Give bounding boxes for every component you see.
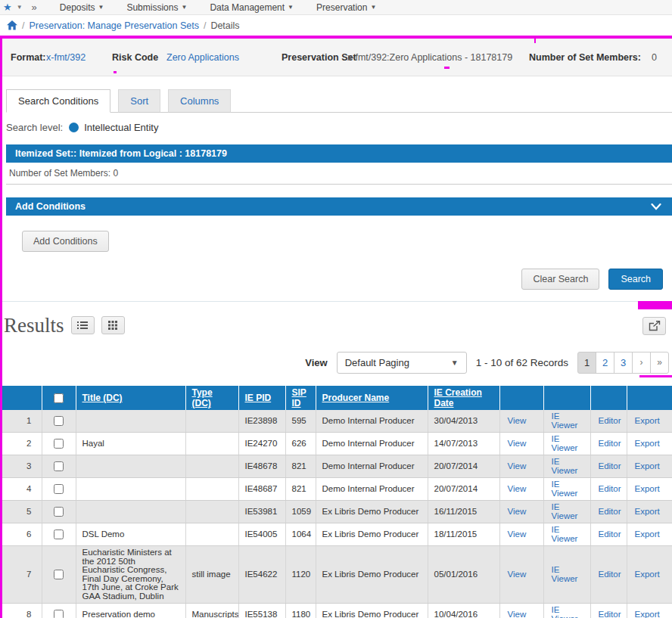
row-checkbox[interactable]: [54, 507, 64, 517]
page-button-2[interactable]: 2: [596, 352, 614, 374]
risk-code-label: Risk Code: [112, 52, 158, 63]
grid-view-button[interactable]: [101, 316, 125, 334]
editor-link[interactable]: Editor: [599, 610, 621, 618]
view-link[interactable]: View: [508, 439, 527, 448]
tab-sort[interactable]: Sort: [118, 89, 160, 113]
cell-export: Export: [627, 501, 672, 523]
menu-preservation[interactable]: Preservation ▼: [316, 2, 376, 13]
row-checkbox[interactable]: [54, 461, 64, 471]
radio-selected-icon[interactable]: [69, 123, 79, 132]
breadcrumb-separator: /: [22, 20, 24, 31]
row-select-cell: [42, 433, 76, 455]
home-icon[interactable]: [7, 20, 17, 30]
ie-viewer-link[interactable]: IE Viewer: [552, 525, 578, 543]
risk-code-value-link[interactable]: Zero Applications: [166, 52, 239, 63]
export-link[interactable]: Export: [635, 439, 660, 448]
row-number: 8: [0, 604, 42, 618]
view-select-value: Default Paging: [345, 357, 409, 368]
export-link[interactable]: Export: [635, 529, 660, 539]
cell-ie-pid: IE24270: [238, 433, 285, 455]
search-level-value: Intellectual Entity: [84, 122, 158, 133]
export-link[interactable]: Export: [635, 461, 660, 470]
export-link[interactable]: Export: [635, 507, 660, 516]
list-view-button[interactable]: [71, 316, 95, 334]
cell-ie-viewer: IE Viewer: [543, 523, 590, 546]
cell-view: View: [499, 410, 543, 433]
tab-search-conditions[interactable]: Search Conditions: [6, 89, 110, 113]
export-results-button[interactable]: [642, 317, 666, 335]
cell-title: Preservation demo: [76, 604, 185, 618]
editor-link[interactable]: Editor: [599, 416, 621, 425]
cell-sip-id: 1180: [285, 604, 316, 618]
view-link[interactable]: View: [508, 484, 527, 493]
tab-columns[interactable]: Columns: [168, 89, 231, 113]
favorites-star-icon[interactable]: ★: [3, 2, 12, 13]
add-conditions-button[interactable]: Add Conditions: [22, 231, 109, 252]
cell-sip-id: 821: [285, 478, 316, 501]
view-link[interactable]: View: [508, 507, 527, 516]
cell-export: Export: [627, 604, 672, 618]
next-page-button[interactable]: ›: [632, 352, 651, 374]
cell-producer: Ex Libris Demo Producer: [316, 501, 428, 523]
header-ie-pid: IE PID: [238, 386, 285, 410]
row-checkbox[interactable]: [54, 416, 64, 426]
cell-type: [185, 501, 238, 523]
ie-viewer-link[interactable]: IE Viewer: [552, 411, 578, 430]
records-count: 1 - 10 of 62 Records: [476, 357, 568, 368]
clear-search-button[interactable]: Clear Search: [521, 269, 599, 290]
view-select[interactable]: Default Paging ▼: [337, 352, 467, 374]
view-link[interactable]: View: [508, 461, 527, 470]
format-value-link[interactable]: x-fmt/392: [46, 52, 86, 63]
cell-ie-viewer: IE Viewer: [543, 501, 590, 523]
editor-link[interactable]: Editor: [599, 461, 621, 470]
cell-export: Export: [627, 410, 672, 433]
ie-viewer-link[interactable]: IE Viewer: [552, 457, 578, 475]
editor-link[interactable]: Editor: [599, 529, 621, 539]
export-link[interactable]: Export: [635, 570, 660, 579]
ie-viewer-link[interactable]: IE Viewer: [552, 565, 578, 583]
row-checkbox[interactable]: [54, 529, 64, 539]
menu-submissions[interactable]: Submissions ▼: [126, 2, 187, 13]
last-page-button[interactable]: »: [650, 352, 669, 374]
nav-expand-icon[interactable]: »: [32, 2, 37, 13]
cell-producer: Demo Internal Producer: [316, 433, 428, 455]
export-link[interactable]: Export: [635, 416, 660, 425]
editor-link[interactable]: Editor: [599, 507, 621, 516]
select-all-checkbox[interactable]: [54, 393, 64, 403]
view-link[interactable]: View: [508, 529, 527, 539]
export-link[interactable]: Export: [635, 484, 660, 493]
ie-viewer-link[interactable]: IE Viewer: [552, 480, 578, 498]
row-checkbox[interactable]: [54, 484, 64, 494]
view-link[interactable]: View: [508, 610, 527, 618]
cell-creation-date: 16/11/2015: [428, 501, 499, 523]
editor-link[interactable]: Editor: [599, 439, 621, 448]
page-button-3[interactable]: 3: [614, 352, 633, 374]
search-button[interactable]: Search: [608, 269, 663, 290]
row-checkbox[interactable]: [54, 439, 64, 449]
row-checkbox[interactable]: [54, 570, 64, 579]
menu-data-management[interactable]: Data Management ▼: [210, 2, 294, 13]
table-row: 2 Hayal IE24270 626 Demo Internal Produc…: [0, 433, 672, 455]
favorites-caret-icon[interactable]: ▼: [17, 4, 23, 11]
cell-editor: Editor: [590, 455, 627, 478]
ie-viewer-link[interactable]: IE Viewer: [552, 502, 578, 520]
view-link[interactable]: View: [508, 570, 527, 579]
page-button-1[interactable]: 1: [577, 352, 596, 374]
chevron-down-icon[interactable]: [651, 203, 661, 210]
editor-link[interactable]: Editor: [599, 484, 621, 493]
row-checkbox[interactable]: [54, 610, 64, 618]
ie-viewer-link[interactable]: IE Viewer: [552, 605, 578, 618]
cell-sip-id: 626: [285, 433, 316, 455]
cell-ie-pid: IE53981: [238, 501, 285, 523]
add-conditions-header[interactable]: Add Conditions: [6, 197, 672, 216]
header-title: Title (DC): [76, 386, 185, 410]
export-link[interactable]: Export: [635, 610, 660, 618]
editor-link[interactable]: Editor: [599, 570, 621, 579]
ie-viewer-link[interactable]: IE Viewer: [552, 434, 578, 452]
view-link[interactable]: View: [508, 416, 527, 425]
cell-ie-viewer: IE Viewer: [543, 410, 590, 433]
breadcrumb-link[interactable]: Preservation: Manage Preservation Sets: [29, 20, 198, 31]
cell-type: [185, 433, 238, 455]
menu-deposits[interactable]: Deposits ▼: [60, 2, 104, 13]
header-view: [499, 386, 543, 410]
